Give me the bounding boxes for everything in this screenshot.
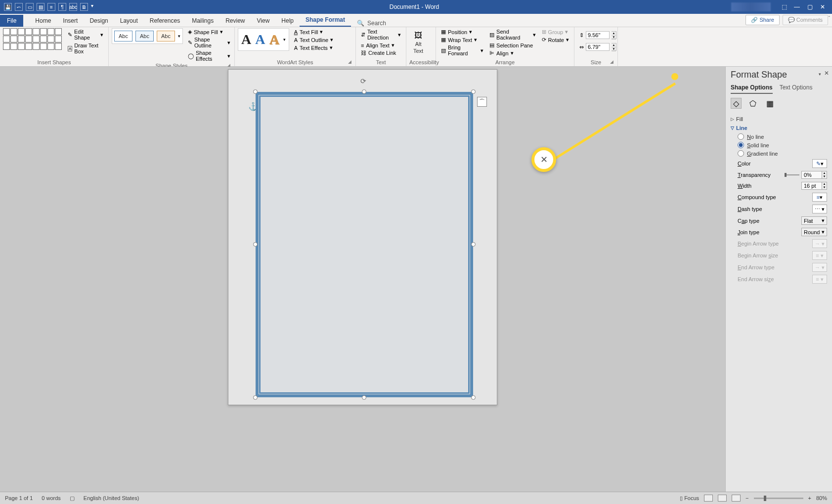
- language[interactable]: English (United States): [84, 495, 139, 501]
- tab-mailings[interactable]: Mailings: [186, 15, 219, 27]
- pane-close-icon[interactable]: ✕: [824, 70, 829, 77]
- proofing-icon[interactable]: ▢: [70, 495, 75, 502]
- resize-handle[interactable]: [362, 89, 366, 94]
- tab-help[interactable]: Help: [275, 15, 300, 27]
- width-input[interactable]: [586, 43, 610, 51]
- wordart-launcher-icon[interactable]: ◢: [348, 59, 351, 64]
- rotate-button[interactable]: ⟳Rotate ▾: [540, 36, 571, 43]
- line-width-input[interactable]: 16 pt: [801, 182, 822, 190]
- text-fill-button[interactable]: AText Fill ▾: [293, 28, 334, 36]
- bring-forward-button[interactable]: ▧Bring Forward ▾: [439, 44, 485, 57]
- document-canvas[interactable]: ⚓ ⌒ ⟳: [0, 67, 725, 492]
- account-area[interactable]: [731, 2, 771, 11]
- dash-type-dropdown[interactable]: ⋯ ▾: [812, 205, 827, 213]
- alt-text-button[interactable]: 🖼 Alt Text: [409, 28, 427, 57]
- shape-outline-button[interactable]: ✎Shape Outline ▾: [187, 36, 231, 49]
- resize-handle[interactable]: [471, 242, 476, 247]
- resize-handle[interactable]: [253, 395, 258, 400]
- text-effects-button[interactable]: AText Effects ▾: [293, 44, 334, 51]
- zoom-slider[interactable]: [754, 498, 803, 499]
- line-section-header[interactable]: ▽Line: [731, 124, 827, 132]
- pane-options-icon[interactable]: ▾: [819, 72, 821, 77]
- align-text-button[interactable]: ≡Align Text ▾: [359, 42, 403, 49]
- color-picker[interactable]: ✎ ▾: [812, 159, 827, 168]
- search-box[interactable]: 🔍 Search: [351, 20, 392, 27]
- pane-tab-text-options[interactable]: Text Options: [780, 84, 813, 94]
- tab-view[interactable]: View: [251, 15, 276, 27]
- fill-line-icon[interactable]: ◇: [731, 98, 742, 109]
- layout-options-icon[interactable]: ⌒: [477, 97, 487, 107]
- resize-handle[interactable]: [362, 395, 366, 400]
- transparency-slider[interactable]: [785, 174, 799, 175]
- transparency-spinner[interactable]: ▲▼: [822, 171, 827, 179]
- new-doc-icon[interactable]: 🗎: [80, 3, 88, 11]
- tab-layout[interactable]: Layout: [114, 15, 144, 27]
- word-count[interactable]: 0 words: [42, 495, 61, 501]
- zoom-out-icon[interactable]: −: [745, 495, 748, 501]
- tab-design[interactable]: Design: [84, 15, 114, 27]
- qat-more-icon[interactable]: ▾: [91, 3, 93, 11]
- compound-type-dropdown[interactable]: ≡ ▾: [812, 193, 827, 202]
- width-spinner[interactable]: ▲▼: [612, 43, 616, 51]
- send-backward-button[interactable]: ▨Send Backward ▾: [487, 28, 538, 41]
- wordart-gallery[interactable]: A A A ▾: [238, 28, 289, 51]
- minimize-icon[interactable]: —: [793, 3, 800, 10]
- zoom-level[interactable]: 80%: [816, 495, 827, 501]
- selection-pane-button[interactable]: ▤Selection Pane: [487, 42, 538, 49]
- layout-properties-icon[interactable]: ▦: [764, 98, 775, 109]
- tab-file[interactable]: File: [0, 15, 23, 27]
- edit-shape-button[interactable]: ✎Edit Shape ▾: [66, 28, 105, 41]
- pilcrow-icon[interactable]: ¶: [58, 3, 66, 11]
- autosave-icon[interactable]: ⤺: [15, 3, 23, 11]
- share-button[interactable]: 🔗 Share: [745, 15, 779, 25]
- pane-tab-shape-options[interactable]: Shape Options: [731, 84, 773, 94]
- line-width-spinner[interactable]: ▲▼: [822, 182, 827, 190]
- collapse-ribbon-icon[interactable]: ˆ: [829, 16, 830, 21]
- qat-btn[interactable]: abc: [69, 3, 77, 11]
- resize-handle[interactable]: [253, 242, 258, 247]
- save-icon[interactable]: 💾: [4, 3, 12, 11]
- gradient-line-radio[interactable]: [738, 150, 744, 157]
- tab-review[interactable]: Review: [219, 15, 251, 27]
- resize-handle[interactable]: [471, 395, 476, 400]
- comments-button[interactable]: 💬 Comments: [783, 15, 828, 25]
- text-outline-button[interactable]: AText Outline ▾: [293, 36, 334, 43]
- cap-type-dropdown[interactable]: Flat▾: [801, 216, 827, 225]
- height-spinner[interactable]: ▲▼: [612, 31, 616, 39]
- align-button[interactable]: ⊫Align ▾: [487, 49, 538, 57]
- transparency-input[interactable]: 0%: [801, 171, 822, 179]
- create-link-button[interactable]: ⛓Create Link: [359, 49, 403, 56]
- shape-gallery[interactable]: [3, 28, 62, 50]
- effects-icon[interactable]: ⬠: [747, 98, 758, 109]
- size-launcher-icon[interactable]: ◢: [610, 59, 613, 64]
- focus-mode[interactable]: ▯ Focus: [680, 495, 699, 502]
- qat-btn[interactable]: ▤: [37, 3, 44, 11]
- shape-fill-button[interactable]: ◈Shape Fill ▾: [187, 28, 231, 36]
- resize-handle[interactable]: [471, 89, 476, 94]
- print-layout-icon[interactable]: [718, 495, 727, 502]
- text-direction-button[interactable]: ⇵Text Direction ▾: [359, 28, 403, 41]
- resize-handle[interactable]: [253, 89, 258, 94]
- draw-textbox-button[interactable]: ADraw Text Box: [66, 42, 105, 55]
- close-icon[interactable]: ✕: [819, 3, 826, 10]
- tab-references[interactable]: References: [144, 15, 186, 27]
- web-layout-icon[interactable]: [732, 495, 741, 502]
- wrap-text-button[interactable]: ▦Wrap Text ▾: [439, 36, 485, 43]
- tab-shape-format[interactable]: Shape Format: [300, 14, 351, 27]
- read-mode-icon[interactable]: [704, 495, 713, 502]
- qat-btn[interactable]: ≡: [47, 3, 55, 11]
- no-line-radio[interactable]: [738, 133, 744, 140]
- group-button[interactable]: ⊞Group ▾: [540, 28, 571, 36]
- solid-line-radio[interactable]: [738, 142, 744, 148]
- page-count[interactable]: Page 1 of 1: [5, 495, 33, 501]
- position-button[interactable]: ▦Position ▾: [439, 28, 485, 36]
- shape-style-gallery[interactable]: Abc Abc Abc ▾: [112, 28, 183, 44]
- zoom-in-icon[interactable]: +: [808, 495, 811, 501]
- join-type-dropdown[interactable]: Round▾: [801, 228, 827, 236]
- shape-effects-button[interactable]: ◯Shape Effects ▾: [187, 49, 231, 62]
- fill-section-header[interactable]: ▷Fill: [731, 115, 827, 124]
- maximize-icon[interactable]: ▢: [806, 3, 813, 10]
- ribbon-options-icon[interactable]: ⬚: [781, 3, 788, 10]
- selected-shape[interactable]: ⟳: [256, 92, 473, 397]
- height-input[interactable]: [586, 31, 610, 39]
